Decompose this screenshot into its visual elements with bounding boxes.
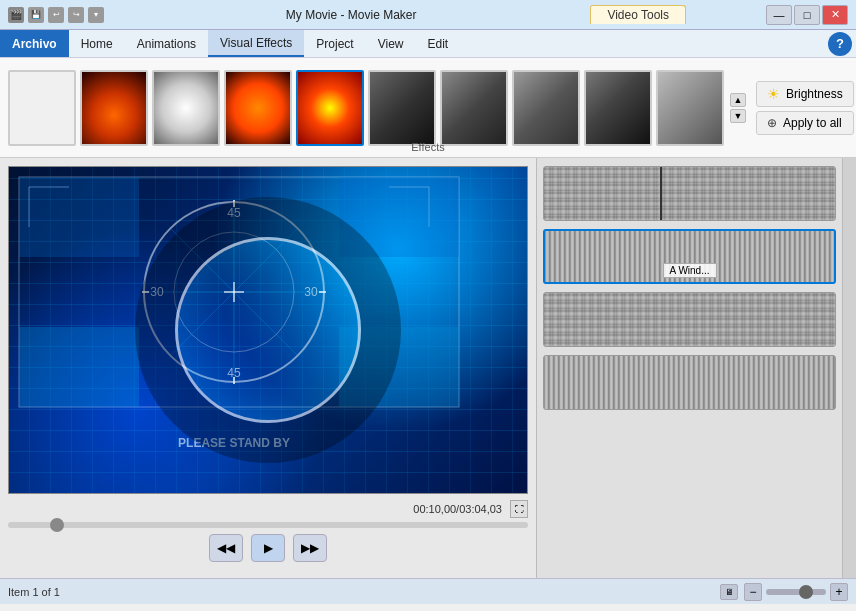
menu-archivo[interactable]: Archivo — [0, 30, 69, 57]
menu-visual-effects[interactable]: Visual Effects — [208, 30, 304, 57]
rewind-button[interactable]: ◀◀ — [209, 534, 243, 562]
video-canvas: PLEASE STAND BY 45 45 30 30 — [9, 167, 527, 493]
svg-text:45: 45 — [227, 366, 241, 380]
effect-dark2[interactable] — [440, 70, 508, 146]
apply-to-label: Apply to all — [783, 116, 842, 130]
ribbon: ▲ ▼ ☀ Brightness ⊕ Apply to all Effects — [0, 58, 856, 158]
toolbar-icon-menu[interactable]: ▾ — [88, 7, 104, 23]
sun-icon: ☀ — [767, 86, 780, 102]
svg-text:30: 30 — [150, 285, 164, 299]
effect-dark4[interactable] — [584, 70, 652, 146]
effect-orange-flower[interactable] — [224, 70, 292, 146]
menu-home[interactable]: Home — [69, 30, 125, 57]
seek-bar[interactable] — [8, 522, 528, 528]
title-bar: 🎬 💾 ↩ ↪ ▾ My Movie - Movie Maker Video T… — [0, 0, 856, 30]
minimize-button[interactable]: — — [766, 5, 792, 25]
zoom-in-button[interactable]: + — [830, 583, 848, 601]
svg-rect-18 — [19, 177, 139, 257]
menu-view[interactable]: View — [366, 30, 416, 57]
timeline-track-4[interactable] — [543, 355, 836, 410]
text-overlay-label: A Wind... — [662, 263, 716, 278]
video-preview: PLEASE STAND BY 45 45 30 30 — [0, 158, 536, 578]
status-bar: Item 1 of 1 🖥 − + — [0, 578, 856, 604]
zoom-slider[interactable] — [766, 589, 826, 595]
svg-text:PLEASE STAND BY: PLEASE STAND BY — [178, 436, 290, 450]
zoom-control: − + — [744, 583, 848, 601]
timeline-track-2[interactable]: A Wind... — [543, 229, 836, 284]
timeline-track-1[interactable] — [543, 166, 836, 221]
menu-bar: Archivo Home Animations Visual Effects P… — [0, 30, 856, 58]
status-icons: 🖥 − + — [720, 583, 848, 601]
apply-to-all-button[interactable]: ⊕ Apply to all — [756, 111, 854, 135]
status-text: Item 1 of 1 — [8, 586, 720, 598]
effect-dark3[interactable] — [512, 70, 580, 146]
apply-icon: ⊕ — [767, 116, 777, 130]
effect-plain[interactable] — [8, 70, 76, 146]
help-button[interactable]: ? — [828, 32, 852, 56]
effect-dark5[interactable] — [656, 70, 724, 146]
play-button[interactable]: ▶ — [251, 534, 285, 562]
seek-bar-row — [8, 520, 528, 530]
timeline-track-3[interactable] — [543, 292, 836, 347]
svg-rect-20 — [19, 327, 139, 407]
effects-label: Effects — [411, 141, 444, 153]
toolbar-icon-undo[interactable]: ↩ — [48, 7, 64, 23]
title-bar-icons: 🎬 💾 ↩ ↪ ▾ — [8, 7, 104, 23]
timeline-scrollbar[interactable] — [842, 158, 856, 578]
effect-white-burst[interactable] — [152, 70, 220, 146]
ribbon-scroll-down[interactable]: ▼ — [730, 109, 746, 123]
seek-thumb[interactable] — [50, 518, 64, 532]
brightness-label: Brightness — [786, 87, 843, 101]
menu-project[interactable]: Project — [304, 30, 365, 57]
ribbon-right: ☀ Brightness ⊕ Apply to all — [756, 81, 854, 135]
brightness-button[interactable]: ☀ Brightness — [756, 81, 854, 107]
ribbon-scroll: ▲ ▼ — [730, 93, 746, 123]
main-area: PLEASE STAND BY 45 45 30 30 — [0, 158, 856, 578]
svg-text:30: 30 — [304, 285, 318, 299]
forward-button[interactable]: ▶▶ — [293, 534, 327, 562]
playhead[interactable] — [660, 166, 662, 221]
close-button[interactable]: ✕ — [822, 5, 848, 25]
maximize-button[interactable]: □ — [794, 5, 820, 25]
time-display: 00:10,00/03:04,03 — [413, 503, 502, 515]
track-noise-4 — [544, 356, 835, 409]
video-tools-tab[interactable]: Video Tools — [590, 5, 686, 24]
toolbar-icon-redo[interactable]: ↪ — [68, 7, 84, 23]
effect-orange-burst[interactable] — [80, 70, 148, 146]
time-row: 00:10,00/03:04,03 ⛶ — [8, 498, 528, 520]
window-title: My Movie - Movie Maker — [112, 8, 590, 22]
playback-controls: ◀◀ ▶ ▶▶ — [8, 530, 528, 566]
effect-red-yellow[interactable] — [296, 70, 364, 146]
test-card-svg: PLEASE STAND BY 45 45 30 30 — [9, 167, 527, 493]
track-noise-1 — [544, 167, 835, 220]
svg-rect-19 — [339, 177, 459, 257]
effect-dark1[interactable] — [368, 70, 436, 146]
fullscreen-button[interactable]: ⛶ — [510, 500, 528, 518]
zoom-out-button[interactable]: − — [744, 583, 762, 601]
svg-rect-21 — [339, 327, 459, 407]
video-frame[interactable]: PLEASE STAND BY 45 45 30 30 — [8, 166, 528, 494]
svg-line-9 — [170, 228, 298, 356]
window-controls: — □ ✕ — [766, 5, 848, 25]
menu-edit[interactable]: Edit — [416, 30, 461, 57]
svg-text:45: 45 — [227, 206, 241, 220]
app-icon: 🎬 — [8, 7, 24, 23]
status-monitor-icon[interactable]: 🖥 — [720, 584, 738, 600]
ribbon-scroll-up[interactable]: ▲ — [730, 93, 746, 107]
timeline-panel: A Wind... — [536, 158, 856, 578]
track-noise-3 — [544, 293, 835, 346]
video-controls: 00:10,00/03:04,03 ⛶ ◀◀ ▶ ▶▶ — [8, 494, 528, 570]
menu-animations[interactable]: Animations — [125, 30, 208, 57]
zoom-thumb[interactable] — [799, 585, 813, 599]
toolbar-icon-save[interactable]: 💾 — [28, 7, 44, 23]
